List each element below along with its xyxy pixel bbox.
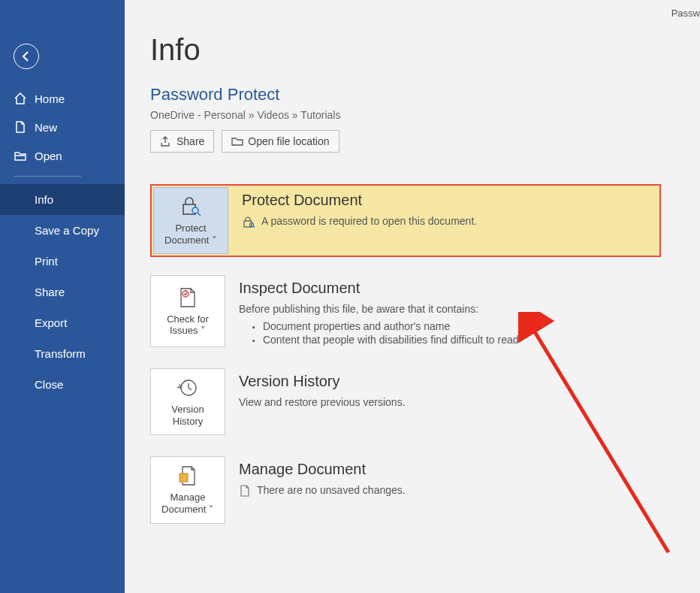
nav-home-label: Home (35, 92, 65, 105)
inspect-icon (177, 286, 199, 309)
manage-document-tile[interactable]: Manage Document ˅ (150, 456, 225, 523)
lock-key-icon (178, 195, 204, 218)
protect-desc: A password is required to open this docu… (261, 213, 477, 229)
chevron-down-icon: ˅ (212, 234, 217, 246)
nav-save-copy[interactable]: Save a Copy (0, 215, 125, 246)
version-title: Version History (239, 373, 661, 390)
share-button[interactable]: Share (150, 130, 214, 153)
breadcrumb: OneDrive - Personal » Videos » Tutorials (150, 109, 700, 121)
nav-export[interactable]: Export (0, 307, 125, 338)
protect-tile-label: Protect Document ˅ (158, 222, 223, 246)
svg-point-1 (192, 207, 198, 213)
inspect-desc: Before publishing this file, be aware th… (239, 301, 661, 317)
inspect-document-section: Check for Issues ˅ Inspect Document Befo… (150, 275, 661, 347)
nav-transform[interactable]: Transform (0, 338, 125, 369)
nav-print[interactable]: Print (0, 246, 125, 277)
manage-desc: There are no unsaved changes. (257, 483, 406, 498)
doc-small-icon (239, 485, 251, 497)
nav-new[interactable]: New (0, 113, 125, 141)
nav-home[interactable]: Home (0, 84, 125, 113)
back-arrow-icon (20, 50, 32, 62)
version-desc: View and restore previous versions. (239, 395, 661, 410)
action-row: Share Open file location (150, 130, 700, 153)
share-icon (160, 136, 172, 147)
manage-doc-icon (177, 464, 199, 487)
share-label: Share (177, 135, 204, 147)
protect-title: Protect Document (242, 192, 658, 209)
home-icon (14, 92, 27, 105)
nav-close[interactable]: Close (0, 369, 125, 400)
main-panel: Info Password Protect OneDrive - Persona… (125, 0, 700, 593)
nav-new-label: New (35, 121, 57, 134)
open-location-label: Open file location (248, 135, 329, 147)
inspect-title: Inspect Document (239, 280, 661, 297)
manage-document-section: Manage Document ˅ Manage Document There … (150, 456, 661, 523)
open-folder-icon (14, 149, 27, 162)
manage-title: Manage Document (239, 461, 661, 478)
check-issues-tile[interactable]: Check for Issues ˅ (150, 275, 225, 347)
page-title: Info (150, 33, 700, 67)
document-title: Password Protect (150, 85, 700, 104)
nav-open-label: Open (35, 150, 62, 162)
inspect-bullet: Content that people with disabilities fi… (239, 334, 661, 346)
nav-open[interactable]: Open (0, 141, 125, 170)
check-issues-label: Check for Issues ˅ (155, 313, 220, 337)
protect-document-section: Protect Document ˅ Protect Document A pa… (150, 184, 661, 257)
protect-document-tile[interactable]: Protect Document ˅ (153, 187, 228, 254)
folder-icon (231, 136, 243, 147)
open-location-button[interactable]: Open file location (222, 130, 339, 153)
chevron-down-icon: ˅ (209, 504, 214, 515)
history-icon (177, 377, 199, 399)
version-history-label: Version History (155, 404, 220, 427)
backstage-sidebar: Home New Open Info Save a Copy Print Sha… (0, 0, 125, 593)
back-button[interactable] (14, 44, 39, 69)
inspect-bullets: Document properties and author's name Co… (239, 320, 661, 346)
version-history-tile[interactable]: Version History (150, 368, 225, 435)
nav-info[interactable]: Info (0, 184, 125, 215)
svg-rect-6 (180, 473, 188, 482)
nav-divider (14, 176, 81, 177)
manage-doc-label: Manage Document ˅ (155, 492, 220, 515)
inspect-bullet: Document properties and author's name (239, 320, 661, 332)
version-history-section: Version History Version History View and… (150, 368, 661, 435)
new-doc-icon (14, 120, 27, 134)
nav-share[interactable]: Share (0, 277, 125, 307)
chevron-down-icon: ˅ (201, 325, 206, 336)
lock-small-icon (242, 216, 255, 228)
